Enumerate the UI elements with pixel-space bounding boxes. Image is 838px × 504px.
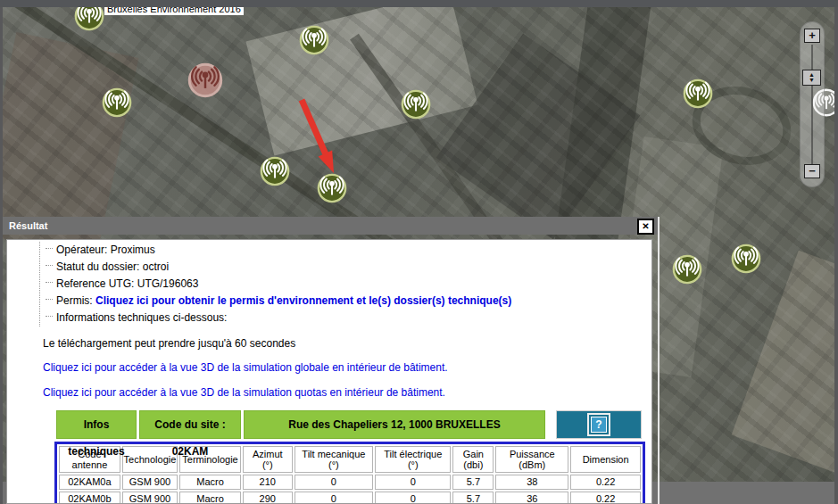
table-cell: 0 bbox=[375, 475, 451, 490]
table-cell: 0 bbox=[295, 492, 374, 504]
result-field-tree: Opérateur: ProximusStatut du dossier: oc… bbox=[39, 242, 651, 326]
table-cell: 0.22 bbox=[570, 475, 641, 490]
field-label: Permis: bbox=[56, 294, 93, 307]
field-label: Reference UTG: bbox=[56, 277, 134, 290]
table-cell: GSM 900 bbox=[122, 475, 178, 490]
result-field: Opérateur: Proximus bbox=[46, 242, 651, 259]
table-cell: 0.22 bbox=[570, 492, 641, 504]
table-header-row: Code antenneTechnologieTerminologieAzimu… bbox=[59, 446, 641, 473]
table-header-cell: Puissance (dBm) bbox=[495, 446, 568, 473]
antenna-waves-icon bbox=[672, 254, 702, 285]
app-window: Bruxelles Environnement 2016 + ▲ ▼ − Rés… bbox=[0, 0, 838, 504]
antenna-marker-pink[interactable] bbox=[187, 62, 223, 102]
table-cell: 5.7 bbox=[452, 492, 494, 504]
table-cell: 38 bbox=[495, 475, 568, 490]
antenna-marker-green[interactable] bbox=[401, 89, 431, 123]
table-cell: Macro bbox=[179, 492, 241, 504]
antenna-waves-icon bbox=[683, 78, 713, 109]
site-header-row: Infos techniques Code du site : 02KAM Ru… bbox=[56, 410, 651, 439]
table-cell: 290 bbox=[243, 492, 293, 504]
table-cell: 0 bbox=[375, 492, 451, 504]
result-field: Informations techniques ci-dessous: bbox=[46, 310, 651, 326]
view-3d-quotas-link[interactable]: Cliquez ici pour accéder à la vue 3D de … bbox=[43, 386, 651, 399]
antenna-logo-icon bbox=[74, 7, 104, 35]
result-field: Permis: Cliquez ici pour obtenir le perm… bbox=[46, 293, 651, 310]
field-label: Informations techniques ci-dessous: bbox=[56, 311, 227, 324]
antenna-waves-icon bbox=[731, 244, 761, 274]
field-label: Opérateur: bbox=[56, 244, 107, 256]
antenna-waves-icon bbox=[102, 87, 132, 118]
antenna-waves-icon bbox=[74, 7, 104, 31]
antenna-waves-icon bbox=[187, 62, 223, 98]
table-cell: 02KAM0b bbox=[59, 492, 120, 504]
antenna-waves-icon bbox=[299, 25, 329, 55]
antenna-waves-icon bbox=[317, 173, 347, 203]
table-cell: GSM 900 bbox=[122, 492, 178, 504]
map-attribution: Bruxelles Environnement 2016 bbox=[104, 7, 244, 15]
antenna-marker-green[interactable] bbox=[102, 87, 132, 121]
dialog-content: Opérateur: ProximusStatut du dossier: oc… bbox=[3, 235, 658, 504]
antenna-waves-icon bbox=[401, 89, 431, 120]
dialog-title: Résultat bbox=[9, 220, 47, 231]
table-cell: 36 bbox=[495, 492, 568, 504]
result-field: Reference UTG: UTG/196063 bbox=[46, 276, 651, 293]
antenna-waves-icon bbox=[260, 156, 290, 186]
table-header-cell: Azimut (°) bbox=[243, 446, 293, 473]
table-header-cell: Tilt électrique (°) bbox=[375, 446, 451, 473]
help-button[interactable]: ? bbox=[556, 410, 642, 439]
question-mark-icon: ? bbox=[587, 413, 610, 436]
table-cell: Macro bbox=[179, 475, 241, 490]
table-cell: 5.7 bbox=[452, 475, 494, 490]
zoom-out-button[interactable]: − bbox=[804, 164, 820, 178]
field-value: octroi bbox=[139, 260, 169, 273]
site-code-header: Code du site : 02KAM bbox=[139, 410, 241, 439]
antenna-marker-green[interactable] bbox=[683, 78, 713, 112]
antenna-marker-green[interactable] bbox=[672, 254, 702, 288]
table-header-cell: Tilt mecanique (°) bbox=[295, 446, 374, 473]
dialog-titlebar[interactable]: Résultat ✕ bbox=[3, 217, 658, 235]
table-cell: 02KAM0a bbox=[59, 475, 120, 490]
table-header-cell: Gain (dbi) bbox=[452, 446, 494, 473]
table-header-cell: Dimension bbox=[570, 446, 641, 473]
table-header-cell: Technologie bbox=[122, 446, 178, 473]
zoom-control: + ▲ ▼ − bbox=[800, 21, 825, 187]
antenna-marker-green[interactable] bbox=[260, 156, 290, 190]
site-address-header: Rue des Chapeliers 12, 1000 BRUXELLES bbox=[244, 410, 545, 439]
window-frame-top bbox=[0, 0, 838, 7]
antenna-table: Code antenneTechnologieTerminologieAzimu… bbox=[57, 444, 643, 504]
antenna-table-wrapper: Code antenneTechnologieTerminologieAzimu… bbox=[54, 442, 645, 504]
antenna-marker-green[interactable] bbox=[731, 244, 761, 277]
result-panel: Opérateur: ProximusStatut du dossier: oc… bbox=[6, 239, 652, 504]
field-value: UTG/196063 bbox=[134, 277, 198, 290]
field-value: Proximus bbox=[107, 244, 154, 256]
table-row: 02KAM0bGSM 900Macro290005.7360.22 bbox=[59, 492, 641, 504]
antenna-marker-green[interactable] bbox=[317, 173, 347, 207]
zoom-slider-handle[interactable]: ▲ ▼ bbox=[802, 70, 821, 86]
result-dialog: Résultat ✕ Opérateur: ProximusStatut du … bbox=[3, 217, 660, 504]
table-cell: 0 bbox=[295, 475, 374, 490]
zoom-slider-track[interactable] bbox=[811, 45, 813, 169]
table-cell: 210 bbox=[243, 475, 293, 490]
permit-link[interactable]: Cliquez ici pour obtenir le permis d'env… bbox=[93, 294, 512, 307]
field-label: Statut du dossier: bbox=[56, 260, 139, 273]
zoom-in-button[interactable]: + bbox=[804, 29, 820, 43]
table-row: 02KAM0aGSM 900Macro210005.7380.22 bbox=[59, 475, 641, 490]
close-button[interactable]: ✕ bbox=[637, 219, 654, 235]
antenna-marker-green[interactable] bbox=[299, 25, 329, 59]
view-3d-global-link[interactable]: Cliquez ici pour accéder à la vue 3D de … bbox=[43, 361, 651, 374]
infos-techniques-header: Infos techniques bbox=[56, 410, 137, 439]
chevron-down-icon: ▼ bbox=[809, 78, 815, 83]
result-field: Statut du dossier: octroi bbox=[46, 259, 651, 276]
download-note: Le téléchargement peut prendre jusqu'à 6… bbox=[43, 337, 651, 350]
